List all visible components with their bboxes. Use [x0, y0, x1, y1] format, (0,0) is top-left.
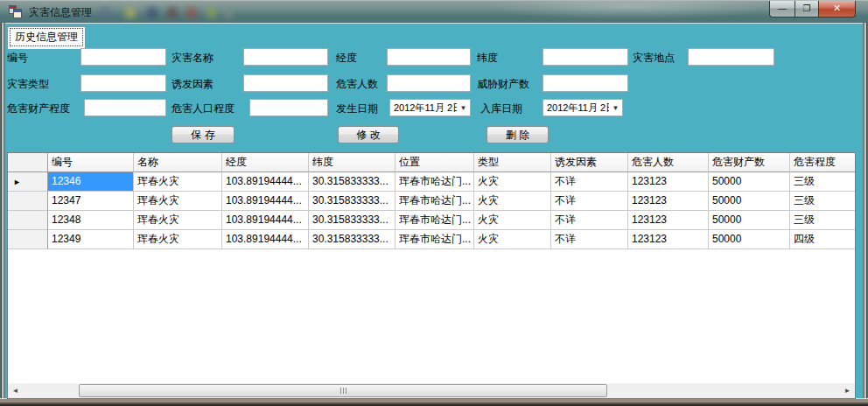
grid-corner-cell[interactable]	[8, 153, 48, 172]
field-label-location: 灾害地点	[633, 51, 675, 66]
row-selector[interactable]	[8, 192, 48, 211]
row-selector[interactable]	[8, 211, 48, 230]
window-border-right	[863, 23, 868, 399]
grid-cell[interactable]: 珲春市哈达门...	[396, 230, 474, 249]
glass-sheen	[490, 0, 770, 20]
grid-cell[interactable]: 珲春火灾	[134, 192, 222, 211]
modify-button[interactable]: 修 改	[338, 126, 399, 144]
grid-cell[interactable]: 50000	[709, 211, 790, 230]
harmed-people-input[interactable]	[387, 74, 471, 92]
latitude-input[interactable]	[542, 48, 628, 66]
grid-cell[interactable]: 珲春火灾	[134, 230, 222, 249]
grid-cell[interactable]: 123123	[628, 230, 709, 249]
disaster-name-input[interactable]	[243, 48, 328, 66]
scrollbar-thumb[interactable]	[79, 384, 607, 397]
grid-cell[interactable]: 珲春市哈达门...	[396, 211, 474, 230]
grid-cell[interactable]: 103.89194444...	[222, 211, 309, 230]
field-label-population-harm-degree: 危害人口程度	[172, 102, 234, 116]
scroll-right-button[interactable]: ►	[840, 383, 855, 398]
grid-cell[interactable]: 123123	[628, 211, 709, 230]
dropdown-arrow-icon[interactable]: ▼	[457, 104, 470, 112]
column-header[interactable]: 危害财产数	[709, 153, 790, 172]
table-row: 12349 珲春火灾 103.89194444... 30.315833333.…	[8, 230, 855, 249]
tab-history-info[interactable]: 历史信息管理	[7, 26, 86, 49]
grid-cell[interactable]: 30.315833333...	[309, 172, 396, 192]
grid-cell[interactable]: 50000	[709, 230, 790, 249]
column-header[interactable]: 危害人数	[628, 153, 709, 172]
grid-cell[interactable]: 不详	[551, 230, 628, 249]
grid-cell[interactable]: 火灾	[474, 230, 551, 249]
horizontal-scrollbar[interactable]: ◄ ►	[8, 383, 855, 398]
row-selector[interactable]: ►	[8, 172, 48, 192]
column-header[interactable]: 编号	[48, 153, 134, 172]
app-icon	[9, 5, 23, 19]
population-harm-degree-input[interactable]	[249, 99, 328, 116]
grid-cell[interactable]: 珲春火灾	[134, 172, 222, 192]
grid-cell[interactable]: 123123	[628, 172, 709, 192]
tab-label: 历史信息管理	[10, 28, 83, 46]
grid-cell[interactable]: 50000	[709, 192, 790, 211]
disaster-type-input[interactable]	[80, 74, 166, 92]
dropdown-arrow-icon[interactable]: ▼	[609, 104, 622, 112]
column-header[interactable]: 位置	[396, 153, 474, 172]
grid-cell[interactable]: 珲春火灾	[134, 211, 222, 230]
grid-cell[interactable]: 12346	[48, 172, 134, 192]
grid-cell[interactable]: 三级	[790, 211, 856, 230]
grid-cell[interactable]: 火灾	[474, 192, 551, 211]
field-label-storage-date: 入库日期	[480, 102, 522, 116]
scrollbar-track[interactable]	[23, 383, 840, 398]
field-label-disaster-type: 灾害类型	[7, 77, 49, 92]
storage-date-picker[interactable]: 2012年11月 2日 ▼	[542, 99, 623, 116]
grid-cell[interactable]: 30.315833333...	[309, 211, 396, 230]
close-button[interactable]: ✕	[819, 1, 856, 18]
id-input[interactable]	[80, 48, 166, 66]
table-row: 12348 珲春火灾 103.89194444... 30.315833333.…	[8, 211, 855, 230]
grid-cell[interactable]: 不详	[551, 211, 628, 230]
grid-cell[interactable]: 103.89194444...	[222, 172, 309, 192]
app-window: 灾害信息管理 — ❐ ✕ 历史信息管理 编号 灾害名称 经度 纬度 灾害地点 灾…	[0, 0, 868, 406]
grid-cell[interactable]: 30.315833333...	[309, 230, 396, 249]
row-selector[interactable]	[8, 230, 48, 249]
grid-cell[interactable]: 30.315833333...	[309, 192, 396, 211]
grid-cell[interactable]: 50000	[709, 172, 790, 192]
glass-blob	[167, 7, 178, 18]
maximize-button[interactable]: ❐	[794, 1, 819, 18]
grid-cell[interactable]: 珲春市哈达门...	[396, 172, 474, 192]
grid-cell[interactable]: 三级	[790, 172, 856, 192]
grid-cell[interactable]: 四级	[790, 230, 856, 249]
glass-blob	[186, 7, 197, 18]
scroll-left-button[interactable]: ◄	[8, 383, 23, 398]
close-icon: ✕	[833, 3, 841, 13]
minimize-button[interactable]: —	[769, 1, 794, 18]
grid-cell[interactable]: 不详	[551, 192, 628, 211]
title-bar: 灾害信息管理 — ❐ ✕	[0, 0, 868, 23]
window-title: 灾害信息管理	[29, 5, 92, 20]
column-header[interactable]: 诱发因素	[551, 153, 628, 172]
grid-cell[interactable]: 不详	[551, 172, 628, 192]
grid-cell[interactable]: 12349	[48, 230, 134, 249]
grid-cell[interactable]: 123123	[628, 192, 709, 211]
grid-cell[interactable]: 三级	[790, 192, 856, 211]
threatened-property-input[interactable]	[542, 74, 628, 92]
grid-cell[interactable]: 火灾	[474, 172, 551, 192]
delete-button[interactable]: 删 除	[486, 126, 549, 144]
grid-cell[interactable]: 12347	[48, 192, 134, 211]
longitude-input[interactable]	[387, 48, 471, 66]
occur-date-picker[interactable]: 2012年11月 2日 ▼	[389, 99, 471, 116]
column-header[interactable]: 纬度	[309, 153, 396, 172]
grid-cell[interactable]: 12348	[48, 211, 134, 230]
grid-cell[interactable]: 103.89194444...	[222, 230, 309, 249]
column-header[interactable]: 危害程度	[790, 153, 856, 172]
column-header[interactable]: 经度	[222, 153, 309, 172]
trigger-factor-input[interactable]	[243, 74, 328, 92]
grid-cell[interactable]: 火灾	[474, 211, 551, 230]
grid-cell[interactable]: 珲春市哈达门...	[396, 192, 474, 211]
grid-header-row: 编号 名称 经度 纬度 位置 类型 诱发因素 危害人数 危害财产数 危害程度	[8, 153, 855, 172]
property-damage-degree-input[interactable]	[84, 99, 166, 116]
location-input[interactable]	[688, 48, 774, 66]
column-header[interactable]: 类型	[474, 153, 551, 172]
save-button[interactable]: 保 存	[172, 126, 234, 144]
grid-cell[interactable]: 103.89194444...	[222, 192, 309, 211]
column-header[interactable]: 名称	[134, 153, 222, 172]
scroll-right-icon: ►	[844, 387, 851, 395]
